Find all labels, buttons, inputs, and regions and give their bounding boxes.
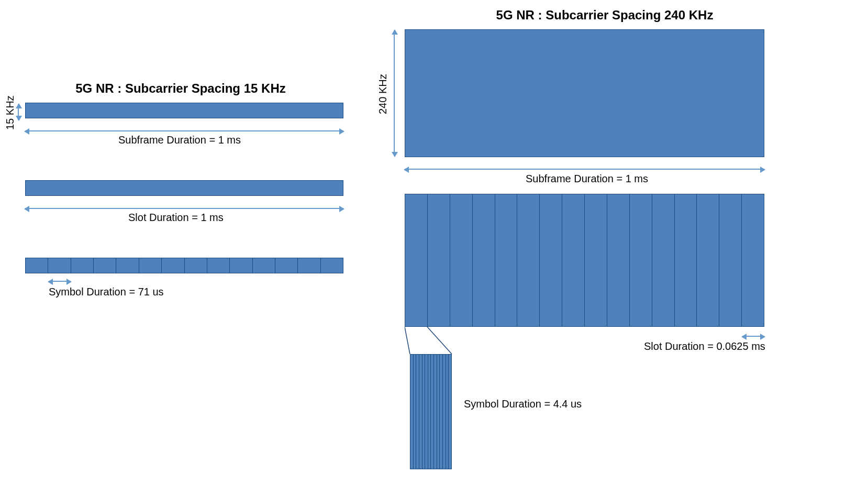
diagram-canvas: 5G NR : Subcarrier Spacing 15 KHz 15 KHz…	[0, 0, 868, 485]
zoom-lines	[405, 327, 509, 354]
left-symbols-cell	[252, 258, 275, 273]
right-slots-block	[405, 194, 764, 327]
left-symbols-cell	[229, 258, 252, 273]
left-symbols-cell	[116, 258, 138, 273]
right-slots-cell	[450, 194, 472, 326]
left-symbols-cell	[184, 258, 207, 273]
left-freq-arrow	[18, 104, 19, 120]
right-slots-cell	[629, 194, 652, 326]
right-slots-cell	[741, 194, 764, 326]
right-slots-cell	[562, 194, 584, 326]
left-symbols-cell	[139, 258, 161, 273]
left-symbols-cell	[275, 258, 297, 273]
right-subframe-block	[405, 29, 764, 157]
right-slots-cell	[427, 194, 450, 326]
left-slot-arrow	[25, 208, 343, 209]
right-symbols-block	[410, 354, 452, 469]
right-slots-cell	[405, 194, 427, 326]
left-symbol-arrow	[49, 281, 71, 282]
right-freq-arrow	[394, 30, 395, 156]
right-slots-cell	[696, 194, 719, 326]
left-symbols-block	[25, 258, 343, 273]
left-slot-block	[25, 180, 343, 196]
right-slots-cell	[719, 194, 741, 326]
left-title: 5G NR : Subcarrier Spacing 15 KHz	[68, 81, 293, 96]
right-slots-cell	[517, 194, 539, 326]
left-subframe-label: Subframe Duration = 1 ms	[118, 134, 241, 146]
right-slots-cell	[652, 194, 674, 326]
left-symbols-cell	[207, 258, 229, 273]
right-slots-cell	[472, 194, 495, 326]
right-subframe-arrow	[405, 169, 764, 170]
left-symbols-cell	[297, 258, 320, 273]
svg-line-0	[405, 327, 410, 354]
right-slots-cell	[607, 194, 629, 326]
left-freq-label: 15 KHz	[4, 94, 16, 131]
right-freq-label: 240 KHz	[377, 63, 389, 126]
right-title: 5G NR : Subcarrier Spacing 240 KHz	[435, 8, 775, 23]
right-slot-label: Slot Duration = 0.0625 ms	[644, 340, 765, 352]
right-slot-arrow	[742, 336, 764, 337]
right-symbol-label: Symbol Duration = 4.4 us	[464, 398, 582, 410]
left-subframe-block	[25, 103, 343, 118]
right-symbols-cell	[448, 355, 451, 469]
left-subframe-arrow	[25, 130, 343, 131]
right-subframe-label: Subframe Duration = 1 ms	[526, 173, 648, 185]
right-slots-cell	[584, 194, 607, 326]
left-symbol-label: Symbol Duration = 71 us	[49, 286, 164, 298]
right-slots-cell	[495, 194, 517, 326]
right-slots-cell	[674, 194, 697, 326]
left-symbols-cell	[161, 258, 184, 273]
svg-line-1	[427, 327, 452, 354]
left-slot-label: Slot Duration = 1 ms	[128, 212, 224, 224]
left-symbols-cell	[71, 258, 93, 273]
left-symbols-cell	[320, 258, 343, 273]
right-slots-cell	[539, 194, 562, 326]
left-symbols-cell	[93, 258, 116, 273]
left-symbols-cell	[26, 258, 48, 273]
left-symbols-cell	[48, 258, 70, 273]
